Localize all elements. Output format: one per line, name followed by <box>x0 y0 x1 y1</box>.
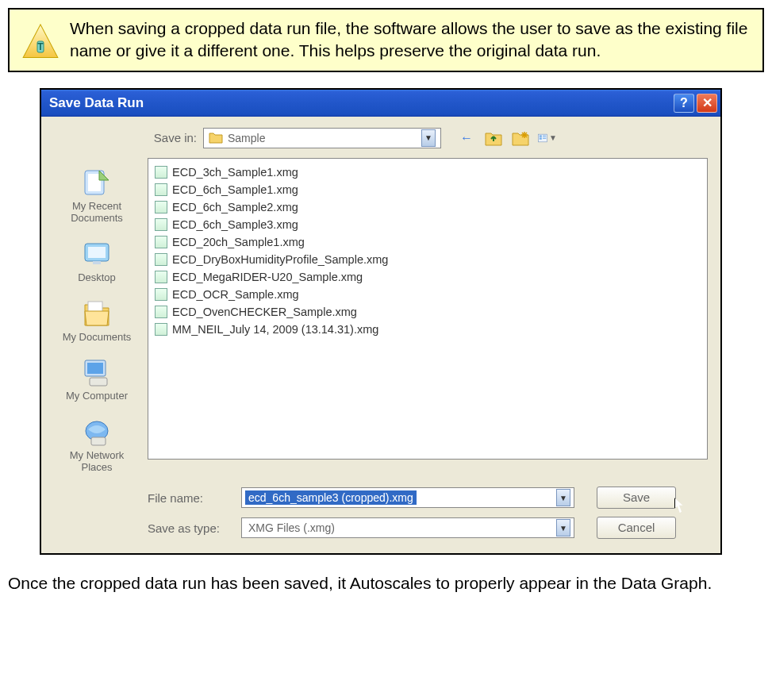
save-as-type-label: Save as type: <box>148 521 235 535</box>
file-list[interactable]: ECD_3ch_Sample1.xmg ECD_6ch_Sample1.xmg … <box>148 158 708 460</box>
list-item[interactable]: ECD_OvenCHECKER_Sample.xmg <box>155 303 701 321</box>
svg-rect-24 <box>91 437 106 445</box>
save-data-run-dialog: Save Data Run ? ✕ Save in: Sample ▼ ← <box>41 90 720 554</box>
svg-rect-18 <box>93 261 101 264</box>
recent-documents-icon <box>80 166 113 199</box>
new-folder-icon[interactable] <box>511 129 530 148</box>
views-icon[interactable]: ▼ <box>538 129 557 148</box>
xmg-file-icon <box>155 201 167 213</box>
list-item[interactable]: ECD_6ch_Sample1.xmg <box>155 181 701 198</box>
xmg-file-icon <box>155 253 167 266</box>
xmg-file-icon <box>155 183 167 196</box>
chevron-down-icon[interactable]: ▼ <box>421 129 436 147</box>
list-item[interactable]: ECD_6ch_Sample2.xmg <box>155 198 701 216</box>
help-button[interactable]: ? <box>674 94 694 113</box>
list-item[interactable]: ECD_6ch_Sample3.xmg <box>155 216 701 233</box>
list-item[interactable]: ECD_OCR_Sample.xmg <box>155 286 701 303</box>
dialog-title: Save Data Run <box>49 95 674 111</box>
my-documents-icon <box>80 297 113 330</box>
network-places-icon <box>80 415 113 448</box>
back-icon[interactable]: ← <box>457 129 476 148</box>
place-label: My Network Places <box>59 450 135 474</box>
svg-rect-12 <box>543 137 546 137</box>
list-item[interactable]: MM_NEIL_July 14, 2009 (13.14.31).xmg <box>155 321 701 338</box>
chevron-down-icon[interactable]: ▼ <box>556 489 570 506</box>
place-label: Desktop <box>78 272 116 284</box>
save-as-type-select[interactable]: XMG Files (.xmg) ▼ <box>241 517 574 538</box>
cancel-button[interactable]: Cancel <box>597 517 676 539</box>
place-mydocs[interactable]: My Documents <box>57 292 136 348</box>
desktop-icon <box>80 237 113 271</box>
xmg-file-icon <box>155 166 167 179</box>
up-one-level-icon[interactable] <box>484 129 503 148</box>
folder-icon <box>209 133 223 144</box>
xmg-file-icon <box>155 323 167 336</box>
file-name-input[interactable]: ecd_6ch_sample3 (cropped).xmg ▼ <box>241 487 574 508</box>
list-item[interactable]: ECD_20ch_Sample1.xmg <box>155 233 701 251</box>
svg-rect-11 <box>543 135 546 136</box>
tip-callout: T When saving a cropped data run file, t… <box>8 8 764 72</box>
my-computer-icon <box>80 356 113 389</box>
save-in-row: Save in: Sample ▼ ← <box>133 128 708 148</box>
titlebar[interactable]: Save Data Run ? ✕ <box>41 90 720 117</box>
svg-rect-21 <box>87 363 103 374</box>
xmg-file-icon <box>155 288 167 301</box>
tip-text: When saving a cropped data run file, the… <box>70 17 751 63</box>
place-label: My Documents <box>63 332 132 344</box>
chevron-down-icon: ▼ <box>549 133 557 142</box>
close-button[interactable]: ✕ <box>697 94 717 113</box>
footer-paragraph: Once the cropped data run has been saved… <box>8 572 764 594</box>
place-label: My Computer <box>66 390 128 402</box>
place-mycomputer[interactable]: My Computer <box>57 351 136 407</box>
list-item[interactable]: ECD_DryBoxHumidityProfile_Sample.xmg <box>155 251 701 268</box>
places-bar: My Recent Documents Desktop <box>54 158 140 483</box>
xmg-file-icon <box>155 306 167 318</box>
save-as-type-value: XMG Files (.xmg) <box>245 521 338 535</box>
file-name-value: ecd_6ch_sample3 (cropped).xmg <box>245 490 417 505</box>
place-network[interactable]: My Network Places <box>57 410 136 479</box>
svg-rect-10 <box>540 137 542 139</box>
save-in-combo[interactable]: Sample ▼ <box>203 128 441 148</box>
chevron-down-icon[interactable]: ▼ <box>556 519 570 537</box>
svg-rect-13 <box>543 138 546 139</box>
svg-rect-9 <box>540 135 542 137</box>
xmg-file-icon <box>155 218 167 231</box>
save-in-folder-name: Sample <box>228 132 265 144</box>
save-button[interactable]: Save <box>597 487 676 509</box>
save-dialog-frame: Save Data Run ? ✕ Save in: Sample ▼ ← <box>40 88 722 556</box>
tip-triangle-icon: T <box>21 22 60 62</box>
xmg-file-icon <box>155 271 167 283</box>
svg-text:T: T <box>37 41 44 52</box>
xmg-file-icon <box>155 236 167 248</box>
svg-rect-17 <box>88 247 106 258</box>
place-recent[interactable]: My Recent Documents <box>57 161 136 229</box>
file-name-label: File name: <box>148 491 235 505</box>
list-item[interactable]: ECD_3ch_Sample1.xmg <box>155 163 701 181</box>
list-item[interactable]: ECD_MegaRIDER-U20_Sample.xmg <box>155 268 701 286</box>
save-in-label: Save in: <box>133 131 197 144</box>
svg-rect-22 <box>90 378 107 386</box>
place-desktop[interactable]: Desktop <box>57 233 136 289</box>
place-label: My Recent Documents <box>59 201 135 225</box>
